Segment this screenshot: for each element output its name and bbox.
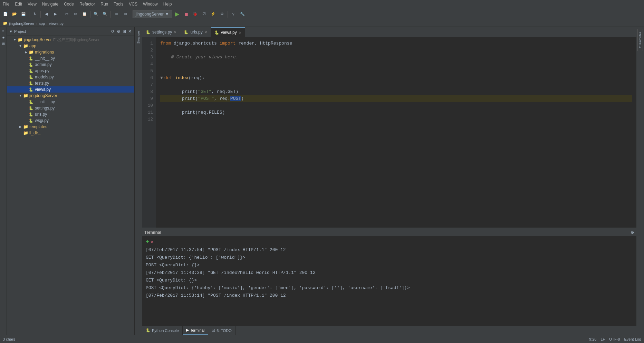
bottom-tab-python-console[interactable]: 🐍 Python Console — [142, 326, 183, 335]
menu-view[interactable]: View — [25, 1, 39, 7]
tree-item-wsgi[interactable]: 🐍 wsgi.py — [7, 117, 134, 124]
tab-close-settings[interactable]: ✕ — [174, 30, 176, 34]
favorites-item-2[interactable]: 2: Favorites — [637, 29, 643, 51]
tree-label-views: views.py — [35, 87, 51, 92]
terminal-content[interactable]: + ✕ [07/Feb/2017 11:37:54] "POST /index … — [142, 237, 636, 326]
forward-btn[interactable]: ▶ — [51, 10, 59, 18]
tree-item-models[interactable]: 🐍 models.py — [7, 74, 134, 80]
tree-item-settings[interactable]: 🐍 settings.py — [7, 105, 134, 111]
project-panel: ▼ Project ⟳ ⚙ ⊞ ✕ ▼ 📁 jingdongServer E:\… — [7, 27, 135, 335]
sync-btn[interactable]: ↻ — [31, 10, 39, 18]
menu-run[interactable]: Run — [98, 1, 111, 7]
cut-btn[interactable]: ✂ — [63, 10, 71, 18]
nav-forward-btn[interactable]: ➡ — [121, 10, 129, 18]
terminal-tab-icon: ▶ — [186, 328, 189, 332]
left-strip-btn-2[interactable]: ◈ — [1, 35, 6, 40]
py-icon-settings: 🐍 — [28, 105, 34, 111]
search-plus-btn[interactable]: 🔍 — [101, 10, 109, 18]
code-line-5 — [160, 68, 632, 75]
open-btn[interactable]: 📂 — [10, 10, 19, 18]
terminal-close-btn[interactable]: ✕ — [151, 239, 153, 245]
menu-help[interactable]: Help — [161, 1, 175, 7]
menu-navigate[interactable]: Navigate — [39, 1, 61, 7]
menu-window[interactable]: Window — [140, 1, 161, 7]
tree-label-jds: jingdongServer — [29, 93, 57, 98]
tree-item-init-app[interactable]: 🐍 __init__.py — [7, 55, 134, 61]
line-num-6: 6 — [142, 75, 156, 82]
tab-close-urls[interactable]: ✕ — [204, 30, 207, 34]
coverage-btn[interactable]: ☑ — [200, 10, 208, 18]
folder-icon-more: 📁 — [23, 130, 28, 136]
bottom-tab-todo[interactable]: ☑ 6: TODO — [208, 326, 236, 335]
tree-item-apps[interactable]: 🐍 apps.py — [7, 68, 134, 74]
left-strip-btn-3[interactable]: ⊞ — [1, 41, 6, 46]
tree-item-migrations[interactable]: ▶ 📁 migrations — [7, 49, 134, 55]
save-btn[interactable]: 💾 — [19, 10, 28, 18]
tree-item-views[interactable]: 🐍 views.py — [7, 86, 134, 93]
menu-tools[interactable]: Tools — [111, 1, 126, 7]
copy-btn[interactable]: ⧉ — [71, 10, 80, 18]
help-btn[interactable]: ? — [229, 10, 238, 18]
stop-btn[interactable]: ⏹ — [182, 10, 190, 18]
tree-arrow-app: ▼ — [18, 44, 23, 48]
separator-1 — [29, 11, 29, 18]
terminal-header: Terminal ⚙ — [142, 228, 636, 237]
code-line-10 — [160, 102, 632, 109]
line-num-12: 12 — [142, 116, 156, 123]
line-num-11: 11 — [142, 109, 156, 116]
build-btn[interactable]: ⚙ — [218, 10, 226, 18]
tree-arrow-jds: ▼ — [18, 94, 23, 97]
tab-urls[interactable]: 🐍 urls.py ✕ — [180, 27, 211, 37]
status-event-log[interactable]: Event Log — [624, 337, 641, 341]
tree-item-init-jds[interactable]: 🐍 __init__.py — [7, 99, 134, 105]
separator-2 — [40, 11, 41, 18]
panel-expand-btn[interactable]: ⊞ — [122, 29, 127, 34]
breadcrumb-file[interactable]: views.py — [49, 21, 64, 26]
tree-label-init-app: __init__.py — [35, 56, 55, 61]
code-editor[interactable]: 1 2 3 4 5 6 7 8 9 10 11 12 from django.s… — [142, 37, 636, 228]
menu-refactor[interactable]: Refactor — [77, 1, 98, 7]
debug-btn[interactable]: 🐞 — [191, 10, 199, 18]
run-btn[interactable]: ▶ — [173, 10, 181, 18]
paste-btn[interactable]: 📋 — [80, 10, 89, 18]
tree-item-jds[interactable]: ▼ 📁 jingdongServer — [7, 93, 134, 99]
terminal-add-btn[interactable]: + — [146, 239, 149, 245]
terminal-settings-btn[interactable]: ⚙ — [631, 230, 634, 235]
tree-item-urls[interactable]: 🐍 urls.py — [7, 111, 134, 117]
terminal-actions: ⚙ — [631, 230, 634, 235]
back-btn[interactable]: ◀ — [42, 10, 50, 18]
search-minus-btn[interactable]: 🔍 — [92, 10, 100, 18]
py-icon-urls: 🐍 — [28, 112, 34, 117]
structure-item-structure[interactable]: Structure — [136, 28, 141, 47]
menu-code[interactable]: Code — [61, 1, 77, 7]
tree-item-more[interactable]: 📁 ll_dir... — [7, 130, 134, 136]
breadcrumb-app[interactable]: app — [39, 21, 45, 26]
profile-btn[interactable]: ⚡ — [209, 10, 217, 18]
panel-header: ▼ Project ⟳ ⚙ ⊞ ✕ — [7, 27, 134, 36]
left-strip-btn-1[interactable]: ≡ — [1, 28, 6, 34]
menu-file[interactable]: File — [0, 1, 12, 7]
code-content[interactable]: from django.shortcuts import render, Htt… — [156, 37, 636, 228]
menu-vcs[interactable]: VCS — [126, 1, 140, 7]
tree-label-apps: apps.py — [35, 68, 49, 73]
tree-item-root[interactable]: ▼ 📁 jingdongServer E:\脱产三期\jingdongServe… — [7, 37, 134, 43]
panel-close-btn[interactable]: ✕ — [127, 29, 132, 34]
menu-edit[interactable]: Edit — [12, 1, 25, 7]
tree-item-templates[interactable]: ▶ 📁 templates — [7, 124, 134, 130]
tab-close-views[interactable]: ✕ — [239, 31, 241, 35]
new-file-btn[interactable]: 📄 — [1, 10, 10, 18]
tab-views[interactable]: 🐍 views.py ✕ — [211, 27, 245, 37]
nav-back-btn[interactable]: ⬅ — [112, 10, 121, 18]
run-config-dropdown[interactable]: jingdongServer ▼ — [133, 10, 172, 18]
separator-4 — [90, 11, 90, 18]
settings-btn[interactable]: 🔧 — [238, 10, 247, 18]
tree-item-app[interactable]: ▼ 📁 app — [7, 43, 134, 49]
bottom-tab-terminal[interactable]: ▶ Terminal — [183, 326, 209, 335]
tab-settings[interactable]: 🐍 settings.py ✕ — [142, 27, 180, 37]
tree-item-admin[interactable]: 🐍 admin.py — [7, 61, 134, 68]
panel-gear-btn[interactable]: ⚙ — [116, 29, 121, 34]
tree-item-tests[interactable]: 🐍 tests.py — [7, 80, 134, 86]
panel-sync-btn[interactable]: ⟳ — [110, 29, 115, 34]
line-num-10: 10 — [142, 102, 156, 109]
breadcrumb-root[interactable]: jingdongServer — [9, 21, 35, 26]
